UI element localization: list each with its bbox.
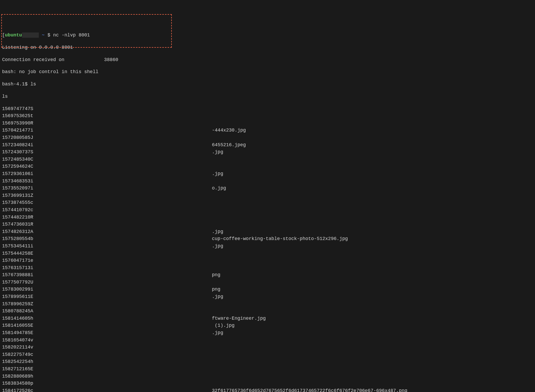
file-name-left: 1580788245A [2, 308, 33, 314]
file-name-left: 1574482210R [2, 215, 33, 220]
file-row: 1573552097io.jpg [2, 185, 533, 193]
file-name-left: 1581416055E [2, 323, 33, 328]
file-row: 1576315713i [2, 265, 533, 272]
file-name-left: 1575280554b [2, 236, 33, 241]
file-row: 1584172526c32f617765736f6d652d7675652f6d… [2, 388, 533, 392]
file-name-right: .jpg [212, 330, 223, 336]
file-name-left: 1581494785E [2, 330, 33, 335]
output-line: bash: no job control in this shell [2, 69, 533, 75]
file-name-left: 1576047171e [2, 258, 33, 263]
file-name-left: 1582275749c [2, 352, 33, 357]
file-row: 1573468353i [2, 178, 533, 186]
file-name-left: 1581654074v [2, 337, 33, 343]
file-name-right: 32f617765736f6d652d7675652f6d61737465722… [212, 388, 407, 392]
file-name-left: 1570421477i [2, 128, 33, 133]
file-row: 1581654074v [2, 337, 533, 345]
prompt-path: ~ [42, 32, 45, 38]
file-row: 1573874555c [2, 200, 533, 207]
output-line: bash-4.1$ ls [2, 81, 533, 87]
file-row: 1582275749c [2, 352, 533, 359]
prompt-user: ubuntu [5, 32, 22, 38]
file-name-left: 1577507792U [2, 280, 33, 285]
file-row: 1577507792U [2, 279, 533, 287]
file-name-left: 1569753990R [2, 121, 33, 126]
file-name-right: ftware-Engineer.jpg [212, 315, 266, 322]
file-name-left: 1572340824i [2, 142, 33, 148]
file-name-left: 1584172526c [2, 388, 33, 392]
file-row: 1574410792c [2, 207, 533, 214]
file-row: 1572430737S.jpg [2, 149, 533, 156]
file-row: 1581414605hftware-Engineer.jpg [2, 315, 533, 323]
file-name-right: o.jpg [212, 185, 226, 191]
file-name-left: 1572080585J [2, 135, 33, 140]
file-row: 1575345411i.jpg [2, 243, 533, 251]
file-name-right: .jpg [212, 243, 223, 249]
file-row: 1574736031R [2, 221, 533, 229]
file-row: 1574482210R [2, 214, 533, 222]
file-row: 1582542254h [2, 359, 533, 366]
file-name-right: .jpg [212, 294, 223, 300]
terminal-output[interactable]: [ubuntu ~ $ nc -nlvp 8001 Listening on 0… [2, 26, 533, 392]
file-row: 1583834580p [2, 380, 533, 388]
prompt-host-hidden [22, 32, 39, 38]
file-name-left: 1582542254h [2, 359, 33, 364]
file-row: 1578300299ipng [2, 286, 533, 294]
file-row: 1581416055E (1).jpg [2, 323, 533, 330]
output-line: Listening on 0.0.0.0 8001 [2, 45, 533, 51]
file-name-left: 1573699131Z [2, 193, 33, 198]
file-name-left: 1578300299i [2, 287, 33, 292]
file-row: 1572340824i6455216.jpeg [2, 142, 533, 149]
file-name-left: 1573552097i [2, 186, 33, 191]
prompt-symbol: $ [45, 32, 53, 38]
file-name-left: 1573468353i [2, 178, 33, 184]
file-row: 1580788245A [2, 308, 533, 315]
bracket-open: [ [2, 32, 5, 38]
file-name-left: 1582712165E [2, 366, 33, 372]
file-name-left: 1572430737S [2, 149, 33, 155]
file-row: 1572936106i.jpg [2, 171, 533, 178]
file-name-right: png [212, 286, 220, 292]
file-name-right: cup-coffee-working-table-stock-photo-512… [212, 236, 348, 242]
file-name-left: 1578996259Z [2, 301, 33, 307]
file-row: 1572594624C [2, 164, 533, 171]
output-line: ls [2, 94, 533, 100]
file-row: 1572485340C [2, 156, 533, 164]
file-name-left: 1572936106i [2, 171, 33, 176]
file-name-right: .jpg [212, 229, 223, 235]
file-row: 1581494785E.jpg [2, 330, 533, 337]
file-row: 1576739888ipng [2, 272, 533, 279]
prompt-line: [ubuntu ~ $ nc -nlvp 8001 [2, 32, 533, 38]
file-name-right: 6455216.jpeg [212, 142, 246, 148]
file-name-left: 1581414605h [2, 316, 33, 321]
file-row: 1570421477i-444x230.jpg [2, 127, 533, 135]
file-name-left: 1569753625t [2, 113, 33, 118]
file-row: 1569753990R [2, 120, 533, 128]
output-line: Connection received on 38860 [2, 57, 533, 63]
file-row: 1576047171e [2, 258, 533, 265]
file-row: 1572080585J [2, 135, 533, 142]
file-row: 1578996259Z [2, 301, 533, 308]
file-name-right: -444x230.jpg [212, 127, 246, 133]
file-row: 1569747747S [2, 106, 533, 113]
file-row: 1575444258E [2, 251, 533, 258]
file-row: 1582880689h [2, 373, 533, 381]
file-row: 1575280554bcup-coffee-working-table-stoc… [2, 236, 533, 243]
file-row: 1582712165E [2, 366, 533, 373]
file-name-left: 1574410792c [2, 207, 33, 213]
file-name-right: .jpg [212, 171, 223, 177]
file-name-left: 1575444258E [2, 251, 33, 256]
file-name-right: (1).jpg [212, 323, 234, 329]
file-name-left: 1583834580p [2, 381, 33, 386]
file-name-left: 1574826312A [2, 229, 33, 234]
file-name-left: 1573874555c [2, 200, 33, 205]
file-row: 1569753625t [2, 113, 533, 120]
file-name-left: 1575345411i [2, 243, 33, 249]
file-name-left: 1576739888i [2, 272, 33, 277]
file-name-right: png [212, 272, 220, 278]
file-name-left: 1574736031R [2, 222, 33, 227]
file-name-left: 1578995611E [2, 294, 33, 299]
file-name-left: 1582880689h [2, 374, 33, 379]
file-row: 1578995611E.jpg [2, 294, 533, 301]
file-row: 1573699131Z [2, 193, 533, 200]
file-name-left: 1576315713i [2, 265, 33, 270]
